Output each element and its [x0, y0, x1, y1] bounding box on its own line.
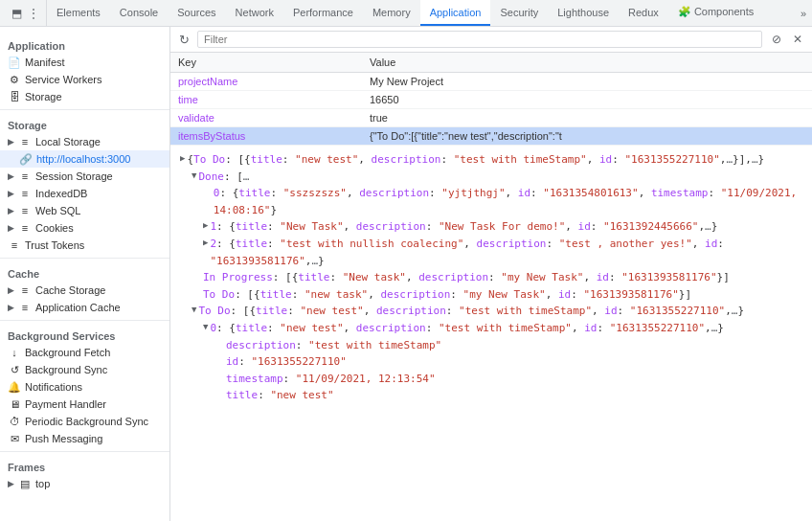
- json-line: To Do: [{title: "new task", description:…: [180, 286, 802, 304]
- devtools-icons: ⬒ ⋮: [4, 0, 47, 26]
- tab-security[interactable]: Security: [490, 0, 548, 26]
- refresh-button[interactable]: ↻: [176, 32, 192, 47]
- json-line: ▶ {To Do: [{title: "new test", descripti…: [180, 151, 802, 169]
- json-text: {To Do: [{title: "new test", description…: [187, 151, 764, 169]
- tree-arrow-icon: ▶: [8, 303, 14, 312]
- json-text: To Do: [{title: "new test", description:…: [198, 303, 744, 320]
- sidebar-item-push[interactable]: ✉ Push Messaging: [0, 430, 169, 447]
- close-filter-button[interactable]: ✕: [789, 31, 806, 48]
- more-icon[interactable]: ⋮: [27, 7, 40, 20]
- json-viewer: ▶ {To Do: [{title: "new test", descripti…: [170, 146, 812, 410]
- json-line: In Progress: [{title: "New task", descri…: [180, 269, 802, 286]
- tab-console[interactable]: Console: [110, 0, 168, 26]
- sidebar-item-local-storage[interactable]: ▶ ≡ Local Storage: [0, 133, 169, 150]
- tree-arrow-icon: ▶: [8, 206, 14, 215]
- json-text: Done: […: [198, 169, 249, 186]
- tab-network[interactable]: Network: [226, 0, 283, 26]
- sidebar: Application 📄 Manifest ⚙ Service Workers…: [0, 27, 170, 521]
- sidebar-item-label: Notifications: [25, 381, 82, 393]
- json-line: ▼ Done: […: [180, 169, 802, 186]
- tab-memory[interactable]: Memory: [363, 0, 420, 26]
- json-line: ▶ 2: {title: "test with nullish coalecin…: [180, 236, 802, 269]
- tab-components[interactable]: 🧩 Components: [668, 0, 763, 26]
- sidebar-item-label: Storage: [25, 91, 62, 102]
- sidebar-item-label: Background Fetch: [25, 347, 110, 358]
- app-cache-icon: ≡: [18, 301, 32, 314]
- filter-bar: ↻ ⊘ ✕: [170, 27, 812, 53]
- table-row[interactable]: projectName My New Project: [170, 73, 812, 91]
- tree-arrow-icon: ▶: [8, 171, 14, 181]
- sidebar-item-indexeddb[interactable]: ▶ ≡ IndexedDB: [0, 185, 169, 202]
- sidebar-item-label: Local Storage: [35, 136, 101, 147]
- payment-icon: 🖥: [8, 397, 21, 411]
- json-line: ▶ 1: {title: "New Task", description: "N…: [180, 218, 802, 236]
- sidebar-item-localhost[interactable]: 🔗 http://localhost:3000: [0, 150, 169, 168]
- divider4: [0, 451, 169, 452]
- sidebar-item-cache-storage[interactable]: ▶ ≡ Cache Storage: [0, 282, 169, 299]
- main-layout: Application 📄 Manifest ⚙ Service Workers…: [0, 27, 812, 521]
- sidebar-item-service-workers[interactable]: ⚙ Service Workers: [0, 71, 169, 88]
- tab-more-button[interactable]: »: [795, 0, 812, 26]
- manifest-icon: 📄: [8, 56, 21, 69]
- divider2: [0, 258, 169, 259]
- tree-arrow-icon: ▶: [8, 479, 14, 488]
- sidebar-item-periodic-sync[interactable]: ⏱ Periodic Background Sync: [0, 413, 169, 430]
- row-value: {"To Do":[{"title":"new test","descripti…: [362, 127, 812, 146]
- table-row[interactable]: time 16650: [170, 91, 812, 109]
- sidebar-item-app-cache[interactable]: ▶ ≡ Application Cache: [0, 299, 169, 316]
- session-storage-icon: ≡: [18, 170, 32, 183]
- tab-redux[interactable]: Redux: [619, 0, 668, 26]
- tab-lighthouse[interactable]: Lighthouse: [548, 0, 619, 26]
- json-text: 2: {title: "test with nullish coalecing"…: [210, 236, 802, 269]
- sidebar-item-label: Service Workers: [25, 74, 102, 85]
- divider3: [0, 320, 169, 321]
- storage-table-wrapper: Key Value projectName My New Project tim…: [170, 53, 812, 146]
- row-key: validate: [170, 109, 362, 127]
- sidebar-item-trust-tokens[interactable]: ≡ Trust Tokens: [0, 237, 169, 254]
- sidebar-item-web-sql[interactable]: ▶ ≡ Web SQL: [0, 202, 169, 219]
- notifications-icon: 🔔: [8, 380, 21, 394]
- storage-table: Key Value projectName My New Project tim…: [170, 53, 812, 146]
- sidebar-item-cookies[interactable]: ▶ ≡ Cookies: [0, 219, 169, 237]
- table-row[interactable]: validate true: [170, 109, 812, 127]
- tree-arrow-icon: ▶: [8, 223, 14, 233]
- table-row-selected[interactable]: itemsByStatus {"To Do":[{"title":"new te…: [170, 127, 812, 146]
- clear-filter-button[interactable]: ⊘: [768, 31, 785, 48]
- dock-icon[interactable]: ⬒: [10, 7, 23, 20]
- filter-input[interactable]: [197, 31, 762, 48]
- json-text: description: "test with timeStamp": [226, 337, 441, 354]
- tab-sources[interactable]: Sources: [168, 0, 225, 26]
- service-worker-icon: ⚙: [8, 73, 21, 86]
- row-value: 16650: [362, 91, 812, 109]
- expand-arrow[interactable]: ▼: [203, 320, 208, 333]
- expand-arrow[interactable]: ▼: [192, 169, 196, 182]
- expand-arrow[interactable]: ▶: [180, 151, 185, 165]
- tab-performance[interactable]: Performance: [283, 0, 363, 26]
- sidebar-item-payment[interactable]: 🖥 Payment Handler: [0, 396, 169, 413]
- sidebar-item-manifest[interactable]: 📄 Manifest: [0, 54, 169, 71]
- tab-application[interactable]: Application: [420, 0, 491, 26]
- sidebar-item-top-frame[interactable]: ▶ ▤ top: [0, 475, 169, 492]
- bg-sync-icon: ↺: [8, 363, 21, 376]
- indexeddb-icon: ≡: [18, 187, 32, 200]
- sidebar-item-bg-fetch[interactable]: ↓ Background Fetch: [0, 344, 169, 361]
- json-line: ▼ To Do: [{title: "new test", descriptio…: [180, 303, 802, 320]
- expand-arrow[interactable]: ▶: [203, 218, 208, 232]
- sidebar-item-label: Manifest: [25, 57, 65, 68]
- expand-arrow[interactable]: ▼: [192, 303, 196, 316]
- cookies-icon: ≡: [18, 221, 32, 235]
- json-text: 0: {title: "new test", description: "tes…: [210, 320, 724, 337]
- sidebar-item-storage[interactable]: 🗄 Storage: [0, 88, 169, 105]
- sidebar-item-label: Push Messaging: [25, 433, 102, 444]
- json-text: id: "1631355227110": [226, 353, 347, 371]
- sidebar-item-bg-sync[interactable]: ↺ Background Sync: [0, 361, 169, 378]
- sidebar-item-session-storage[interactable]: ▶ ≡ Session Storage: [0, 168, 169, 185]
- col-key: Key: [170, 53, 362, 73]
- push-icon: ✉: [8, 432, 21, 445]
- tab-elements[interactable]: Elements: [47, 0, 110, 26]
- tree-arrow-icon: ▶: [8, 137, 14, 147]
- expand-arrow[interactable]: ▶: [203, 236, 208, 249]
- sidebar-item-notifications[interactable]: 🔔 Notifications: [0, 378, 169, 396]
- sidebar-item-label: Cookies: [35, 222, 74, 234]
- cache-storage-icon: ≡: [18, 283, 32, 297]
